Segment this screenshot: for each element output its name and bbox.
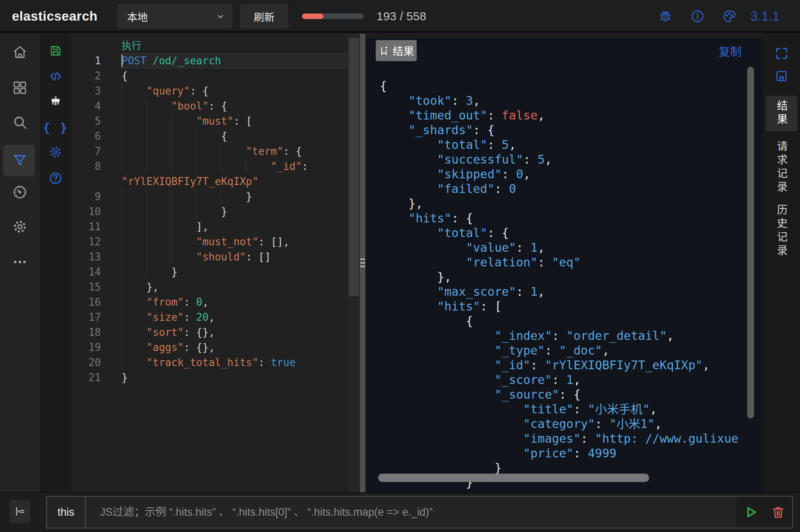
indent-guide: [171, 249, 196, 264]
panel-splitter[interactable]: [360, 34, 365, 492]
theme-palette-icon[interactable]: [722, 9, 736, 23]
result-hscrollbar-thumb[interactable]: [378, 474, 649, 482]
result-line: "_index": "order_detail",: [380, 328, 745, 343]
indent-guide: [171, 129, 196, 144]
line-number: 9: [71, 189, 101, 204]
info-icon[interactable]: [690, 9, 705, 23]
query-editor[interactable]: 执行 123456789101112131415161718192021 POS…: [71, 34, 348, 492]
editor-line[interactable]: }: [122, 204, 348, 219]
clear-filter-icon[interactable]: [770, 504, 786, 520]
line-number: 2: [71, 68, 101, 83]
indent-guide: [122, 204, 147, 219]
editor-line[interactable]: "track_total_hits": true: [122, 355, 348, 370]
save-icon[interactable]: [40, 40, 71, 62]
line-number: 15: [71, 279, 101, 295]
editor-line[interactable]: "term": {: [122, 144, 348, 159]
indent-guide: [122, 325, 147, 340]
nav-dashboard-icon[interactable]: [0, 73, 40, 102]
refresh-button[interactable]: 刷新: [240, 4, 288, 29]
nav-settings-icon[interactable]: [0, 212, 40, 241]
result-line: "total": {: [380, 226, 745, 240]
result-line: {: [380, 314, 745, 328]
editor-line[interactable]: "should": []: [122, 249, 348, 264]
result-line: "_id": "rYlEXIQBFIy7T_eKqIXp",: [380, 358, 745, 372]
indent-guide: [196, 204, 221, 219]
indent-guide: [147, 189, 172, 204]
result-top-strip: [365, 34, 763, 38]
indent-guide: [122, 355, 147, 370]
editor-line[interactable]: }: [122, 189, 348, 204]
editor-line[interactable]: "must": [: [122, 114, 348, 129]
editor-code-lines[interactable]: POST /od/_search{"query": {"bool": {"mus…: [122, 53, 348, 385]
indent-guide: [246, 159, 271, 174]
execute-codelens[interactable]: 执行: [122, 38, 348, 53]
line-number: 19: [71, 340, 101, 355]
editor-line[interactable]: "sort": {},: [122, 325, 348, 340]
indent-guide: [147, 219, 172, 234]
braces-icon[interactable]: { }: [40, 116, 71, 139]
copy-result-link[interactable]: 复制: [719, 42, 742, 59]
doc-progress-fill: [302, 13, 323, 19]
line-number: 1: [71, 53, 101, 68]
nav-home-icon[interactable]: [0, 38, 40, 66]
indent-guide: [122, 279, 147, 295]
nav-more-icon[interactable]: [0, 248, 40, 276]
console-toggle-icon[interactable]: [10, 500, 30, 523]
result-vscrollbar-thumb[interactable]: [747, 67, 754, 418]
indent-guide: [221, 189, 246, 204]
cluster-select[interactable]: 本地: [117, 4, 232, 29]
result-line: "took": 3,: [380, 93, 745, 108]
tab-request-log[interactable]: 请求记录: [766, 137, 797, 198]
nav-search-icon[interactable]: [0, 108, 40, 137]
indent-guide: [122, 189, 147, 204]
editor-line[interactable]: {: [122, 129, 348, 144]
bookmark-box-icon[interactable]: [774, 69, 789, 83]
editor-line[interactable]: "must_not": [],: [122, 234, 348, 249]
line-number: 20: [71, 355, 101, 370]
editor-line[interactable]: }: [122, 370, 348, 385]
js-filter-input[interactable]: [86, 497, 736, 528]
fullscreen-icon[interactable]: [774, 46, 789, 61]
indent-guide: [122, 98, 147, 114]
format-brush-icon[interactable]: [40, 91, 71, 113]
run-filter-icon[interactable]: [742, 504, 758, 520]
indent-guide: [147, 204, 172, 219]
editor-line[interactable]: }: [122, 264, 348, 279]
bug-report-icon[interactable]: [658, 9, 672, 23]
editor-line[interactable]: "bool": {: [122, 98, 348, 114]
tab-result[interactable]: 结果: [766, 96, 797, 131]
line-number: 8: [71, 159, 101, 174]
tab-history[interactable]: 历史记录: [766, 201, 797, 261]
line-number: 4: [71, 98, 101, 114]
editor-line[interactable]: POST /od/_search: [122, 53, 348, 68]
indent-guide: [171, 159, 196, 174]
editor-line[interactable]: ],: [122, 219, 348, 234]
js-filter-group: this: [46, 496, 793, 528]
editor-line[interactable]: "query": {: [122, 83, 348, 98]
editor-settings-icon[interactable]: [40, 141, 71, 163]
help-icon[interactable]: [40, 167, 71, 189]
code-icon[interactable]: [40, 65, 71, 87]
editor-line[interactable]: "from": 0,: [122, 295, 348, 310]
result-line: "timed_out": false,: [380, 108, 745, 123]
indent-guide: [122, 249, 147, 264]
nav-monitor-icon[interactable]: [0, 178, 40, 206]
filter-actions: [736, 497, 792, 528]
editor-line[interactable]: },: [122, 279, 348, 295]
editor-line[interactable]: "rYlEXIQBFIy7T_eKqIXp": [122, 174, 348, 189]
result-tag-button[interactable]: 结果: [376, 40, 417, 61]
indent-guide: [171, 204, 196, 219]
editor-line[interactable]: "aggs": {},: [122, 340, 348, 355]
editor-toolbar: { }: [40, 34, 71, 492]
editor-line[interactable]: {: [122, 68, 348, 83]
indent-guide: [221, 159, 246, 174]
editor-scrollbar-thumb[interactable]: [349, 38, 359, 296]
editor-line[interactable]: "size": 20,: [122, 310, 348, 325]
result-line: {: [380, 79, 745, 93]
indent-guide: [221, 144, 246, 159]
editor-scrollbar[interactable]: [348, 34, 360, 492]
editor-line[interactable]: "_id":: [122, 159, 348, 174]
nav-filter-icon[interactable]: [0, 146, 40, 175]
result-line: "category": "小米1",: [380, 416, 745, 431]
result-line: "value": 1,: [380, 240, 745, 255]
